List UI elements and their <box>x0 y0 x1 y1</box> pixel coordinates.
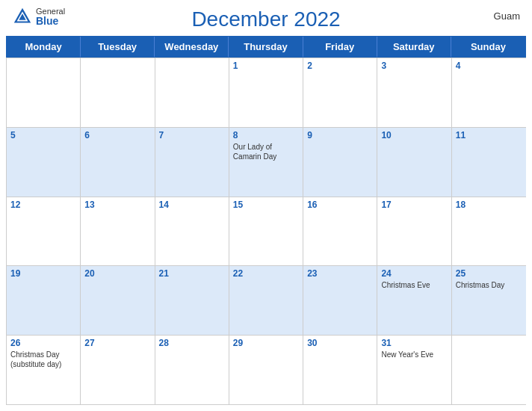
cal-cell-r1-c5: 10 <box>377 128 451 197</box>
calendar-page: General Blue December 2022 Guam Monday T… <box>0 0 532 411</box>
cal-cell-r2-c2: 14 <box>155 197 229 266</box>
logo-icon <box>12 6 33 27</box>
holiday-name: Christmas Day (substitute day) <box>10 350 76 369</box>
calendar: Monday Tuesday Wednesday Thursday Friday… <box>0 36 532 411</box>
day-number: 30 <box>307 338 373 348</box>
day-number: 22 <box>233 268 299 279</box>
day-number: 20 <box>84 268 150 279</box>
cal-cell-r3-c0: 19 <box>7 266 81 335</box>
day-number: 28 <box>159 338 225 348</box>
cal-cell-r4-c2: 28 <box>155 336 229 404</box>
calendar-header: Monday Tuesday Wednesday Thursday Friday… <box>6 36 526 58</box>
day-number: 8 <box>233 130 299 140</box>
day-number: 0 <box>10 61 76 71</box>
day-number: 21 <box>159 268 225 279</box>
cal-cell-r2-c1: 13 <box>81 197 155 266</box>
day-number: 11 <box>456 130 522 140</box>
cal-cell-r1-c1: 6 <box>81 128 155 197</box>
day-number: 0 <box>159 61 225 71</box>
day-number: 15 <box>233 200 299 210</box>
cal-cell-r3-c4: 23 <box>303 266 377 335</box>
weekday-thursday: Thursday <box>229 37 303 57</box>
logo: General Blue <box>12 6 65 27</box>
weekday-saturday: Saturday <box>377 37 451 57</box>
cal-cell-r3-c3: 22 <box>229 266 303 335</box>
weekday-sunday: Sunday <box>451 37 525 57</box>
cal-cell-r1-c4: 9 <box>303 128 377 197</box>
day-number: 24 <box>381 268 447 279</box>
day-number: 29 <box>233 338 299 348</box>
cal-cell-r0-c5: 3 <box>377 58 451 127</box>
cal-cell-r3-c2: 21 <box>155 266 229 335</box>
cal-cell-r0-c4: 2 <box>303 58 377 127</box>
day-number: 23 <box>307 268 373 279</box>
day-number: 19 <box>10 268 76 279</box>
cal-cell-r0-c3: 1 <box>229 58 303 127</box>
cal-cell-r4-c6: 0 <box>452 336 526 404</box>
day-number: 18 <box>456 200 522 210</box>
cal-cell-r0-c2: 0 <box>155 58 229 127</box>
cal-cell-r2-c0: 12 <box>7 197 81 266</box>
day-number: 14 <box>159 200 225 210</box>
day-number: 31 <box>381 338 447 348</box>
cal-cell-r1-c0: 5 <box>7 128 81 197</box>
cal-cell-r4-c5: 31New Year's Eve <box>377 336 451 404</box>
cal-cell-r4-c1: 27 <box>81 336 155 404</box>
cal-cell-r3-c5: 24Christmas Eve <box>377 266 451 335</box>
holiday-name: Christmas Eve <box>381 280 447 290</box>
logo-text: General Blue <box>36 7 65 26</box>
cal-cell-r1-c2: 7 <box>155 128 229 197</box>
cal-cell-r1-c3: 8Our Lady of Camarin Day <box>229 128 303 197</box>
cal-cell-r3-c1: 20 <box>81 266 155 335</box>
cal-cell-r4-c0: 26Christmas Day (substitute day) <box>7 336 81 404</box>
day-number: 25 <box>456 268 522 279</box>
page-header: General Blue December 2022 Guam <box>0 0 532 36</box>
cal-cell-r0-c6: 4 <box>452 58 526 127</box>
day-number: 0 <box>456 338 522 348</box>
weekday-wednesday: Wednesday <box>155 37 229 57</box>
calendar-row-4: 192021222324Christmas Eve25Christmas Day <box>7 265 526 335</box>
calendar-row-2: 5678Our Lady of Camarin Day91011 <box>7 127 526 197</box>
cal-cell-r4-c3: 29 <box>229 336 303 404</box>
day-number: 1 <box>233 61 299 71</box>
day-number: 3 <box>381 61 447 71</box>
day-number: 0 <box>84 61 150 71</box>
calendar-body: 00012345678Our Lady of Camarin Day910111… <box>6 58 526 405</box>
day-number: 16 <box>307 200 373 210</box>
day-number: 9 <box>307 130 373 140</box>
day-number: 12 <box>10 200 76 210</box>
cal-cell-r1-c6: 11 <box>452 128 526 197</box>
cal-cell-r2-c4: 16 <box>303 197 377 266</box>
logo-general-text: General <box>36 7 65 16</box>
cal-cell-r4-c4: 30 <box>303 336 377 404</box>
day-number: 10 <box>381 130 447 140</box>
day-number: 4 <box>456 61 522 71</box>
day-number: 2 <box>307 61 373 71</box>
day-number: 26 <box>10 338 76 348</box>
cal-cell-r0-c0: 0 <box>7 58 81 127</box>
weekday-monday: Monday <box>7 37 81 57</box>
calendar-row-5: 26Christmas Day (substitute day)27282930… <box>7 335 526 404</box>
holiday-name: Christmas Day <box>456 280 522 290</box>
day-number: 13 <box>84 200 150 210</box>
holiday-name: New Year's Eve <box>381 350 447 359</box>
logo-blue-text: Blue <box>36 16 65 26</box>
cal-cell-r2-c5: 17 <box>377 197 451 266</box>
cal-cell-r0-c1: 0 <box>81 58 155 127</box>
day-number: 7 <box>159 130 225 140</box>
cal-cell-r2-c3: 15 <box>229 197 303 266</box>
weekday-friday: Friday <box>303 37 377 57</box>
cal-cell-r2-c6: 18 <box>452 197 526 266</box>
day-number: 27 <box>84 338 150 348</box>
holiday-name: Our Lady of Camarin Day <box>233 142 299 161</box>
day-number: 17 <box>381 200 447 210</box>
page-title: December 2022 <box>191 7 340 31</box>
calendar-row-3: 12131415161718 <box>7 197 526 266</box>
cal-cell-r3-c6: 25Christmas Day <box>452 266 526 335</box>
day-number: 5 <box>10 130 76 140</box>
weekday-tuesday: Tuesday <box>81 37 155 57</box>
day-number: 6 <box>84 130 150 140</box>
region-label: Guam <box>494 10 520 22</box>
calendar-row-1: 0001234 <box>7 58 526 127</box>
